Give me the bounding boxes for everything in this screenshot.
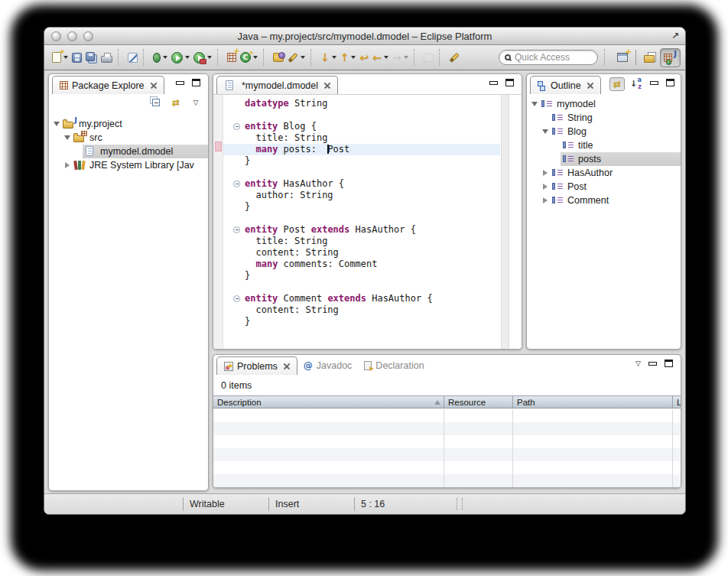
next-annotation-button[interactable]: ↓	[319, 48, 338, 67]
minimize-view-button[interactable]	[650, 81, 658, 85]
debug-button[interactable]	[151, 48, 169, 67]
code-line-3[interactable]: entity Blog {	[213, 121, 522, 132]
collapsed-arrow-icon[interactable]	[541, 166, 550, 180]
new-java-class-button[interactable]	[239, 48, 259, 67]
column-header-resource[interactable]: Resource	[444, 396, 513, 408]
code-line-9[interactable]: author: String	[213, 190, 522, 201]
java-perspective-button[interactable]: J	[660, 48, 681, 67]
outline-item-mymodel[interactable]: mymodel	[527, 97, 681, 111]
open-perspective-button[interactable]	[612, 48, 632, 67]
code-line-18[interactable]: entity Comment extends HasAuthor {	[213, 293, 522, 304]
code-line-4[interactable]: title: String	[213, 132, 522, 144]
code-line-14[interactable]: content: String	[213, 247, 522, 259]
code-line-12[interactable]: entity Post extends HasAuthor {	[213, 224, 522, 236]
package-explorer-item-src[interactable]: src	[49, 131, 208, 145]
code-line-17[interactable]	[213, 281, 522, 293]
view-menu-icon[interactable]: ▽	[635, 360, 641, 367]
status-drag-handle[interactable]	[457, 498, 463, 510]
maximize-view-button[interactable]	[665, 360, 673, 367]
fold-collapse-icon[interactable]	[233, 226, 240, 233]
close-icon[interactable]	[587, 82, 593, 89]
tab-mymodel-dmodel[interactable]: *mymodel.dmodel	[216, 76, 338, 94]
code-line-11[interactable]	[213, 213, 522, 224]
column-header-location[interactable]: Location	[673, 396, 681, 408]
new-java-project-button[interactable]	[226, 48, 238, 67]
close-icon[interactable]	[150, 82, 157, 89]
fold-collapse-icon[interactable]	[233, 295, 240, 302]
maximize-editor-button[interactable]	[505, 79, 514, 86]
quick-access-field[interactable]	[499, 50, 598, 65]
code-line-19[interactable]: content: String	[213, 304, 522, 316]
tab-problems[interactable]: Problems	[216, 356, 297, 375]
resize-arrow-icon[interactable]: ↗	[671, 31, 679, 41]
sort-button[interactable]: ↓az	[629, 77, 644, 91]
run-external-tools-button[interactable]	[192, 48, 213, 67]
code-line-8[interactable]: entity HasAuthor {	[213, 178, 522, 190]
expanded-arrow-icon[interactable]	[541, 125, 550, 138]
previous-annotation-button[interactable]: ↑	[339, 48, 358, 67]
tab-javadoc[interactable]: @ Javadoc	[297, 356, 359, 375]
mark-occurrences-button[interactable]	[447, 48, 461, 67]
close-window-button[interactable]	[51, 31, 61, 41]
code-line-7[interactable]	[213, 167, 522, 178]
fold-collapse-icon[interactable]	[233, 123, 240, 130]
code-line-2[interactable]	[213, 109, 522, 121]
collapse-all-button[interactable]	[148, 96, 164, 109]
outline-item-comment[interactable]: Comment	[527, 194, 681, 207]
zoom-window-button[interactable]	[83, 31, 93, 41]
tab-outline[interactable]: Outline	[530, 76, 601, 94]
save-button[interactable]	[70, 48, 83, 67]
maximize-view-button[interactable]	[666, 79, 674, 86]
minimize-view-button[interactable]	[176, 81, 184, 85]
titlebar[interactable]: Java – my.project/src/mymodel.dmodel – E…	[44, 28, 685, 45]
expanded-arrow-icon[interactable]	[530, 97, 539, 111]
search-button[interactable]	[286, 48, 307, 67]
code-area[interactable]: datatype Stringentity Blog { title: Stri…	[213, 98, 522, 327]
minimize-view-button[interactable]	[648, 362, 657, 366]
collapsed-arrow-icon[interactable]	[541, 194, 550, 207]
code-line-16[interactable]: }	[213, 270, 522, 281]
expanded-arrow-icon[interactable]	[52, 117, 61, 131]
outline-item-post[interactable]: Post	[527, 180, 681, 194]
close-icon[interactable]	[283, 363, 290, 369]
open-type-button[interactable]	[271, 48, 285, 67]
code-line-13[interactable]: title: String	[213, 236, 522, 247]
package-explorer-item-my-project[interactable]: Jmy.project	[49, 117, 208, 131]
package-explorer-item-mymodel-dmodel[interactable]: mymodel.dmodel	[49, 145, 208, 158]
maximize-view-button[interactable]	[192, 79, 200, 86]
collapsed-arrow-icon[interactable]	[63, 158, 72, 172]
run-button[interactable]	[170, 48, 191, 67]
minimize-window-button[interactable]	[67, 31, 77, 41]
expanded-arrow-icon[interactable]	[63, 131, 72, 145]
new-button[interactable]	[50, 48, 70, 67]
outline-item-posts[interactable]: posts	[527, 152, 681, 166]
view-menu-button[interactable]: ▽	[188, 96, 203, 109]
tab-package-explorer[interactable]: Package Explore	[52, 76, 164, 94]
collapsed-arrow-icon[interactable]	[541, 180, 550, 194]
column-header-path[interactable]: Path	[513, 396, 673, 408]
column-header-description[interactable]: Description	[213, 396, 444, 408]
outline-item-hasauthor[interactable]: HasAuthor	[527, 166, 681, 180]
tab-declaration[interactable]: Declaration	[358, 356, 430, 375]
print-button[interactable]	[99, 48, 114, 67]
quick-access-input[interactable]	[515, 52, 592, 63]
close-icon[interactable]	[323, 82, 330, 89]
link-with-editor-button[interactable]: ⇄	[609, 77, 625, 91]
code-line-1[interactable]: datatype String	[213, 98, 522, 109]
skip-all-breakpoints-button[interactable]	[126, 48, 139, 67]
code-line-6[interactable]: }	[213, 155, 522, 167]
code-line-15[interactable]: many comments: Comment	[213, 259, 522, 270]
code-line-5[interactable]: many posts: Post	[213, 144, 522, 155]
code-line-10[interactable]: }	[213, 201, 522, 213]
back-button[interactable]: ←	[371, 48, 390, 67]
outline-item-title[interactable]: title	[527, 138, 681, 152]
editor-content[interactable]: datatype Stringentity Blog { title: Stri…	[213, 94, 522, 349]
resource-perspective-button[interactable]	[639, 48, 660, 67]
minimize-editor-button[interactable]	[489, 81, 498, 85]
fold-collapse-icon[interactable]	[233, 181, 240, 187]
code-line-20[interactable]: }	[213, 316, 522, 327]
outline-item-blog[interactable]: Blog	[527, 125, 681, 138]
outline-item-string[interactable]: String	[527, 111, 681, 125]
package-explorer-item-jre-system-library-jav[interactable]: JRE System Library [Jav	[49, 158, 208, 172]
last-edit-location-button[interactable]: ↩	[358, 48, 370, 67]
